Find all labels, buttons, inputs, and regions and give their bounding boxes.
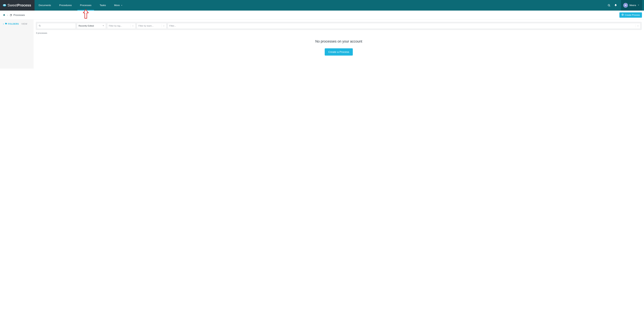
filter-generic-dropdown[interactable]: Filter...: [168, 23, 640, 29]
top-navbar: SweetProcess Documents Procedures Proces…: [0, 0, 644, 11]
breadcrumb-current: Processes: [10, 14, 25, 17]
empty-state: No processes on your account Create a Pr…: [36, 40, 642, 56]
dropdown-placeholder: Filter by team...: [138, 25, 154, 27]
chevron-down-icon: [638, 4, 639, 7]
svg-line-2: [610, 6, 610, 6]
search-field[interactable]: [42, 25, 74, 27]
logo-icon: [2, 4, 6, 7]
nav-label: Tasks: [100, 4, 106, 7]
logo-text: SweetProcess: [8, 3, 31, 7]
nav-tasks[interactable]: Tasks: [96, 0, 110, 11]
nav-label: Processes: [80, 4, 92, 7]
nav-items: Documents Procedures Processes Tasks Mor…: [34, 0, 127, 11]
main-content: Recently Edited Filter by tag... Filter …: [34, 20, 644, 61]
home-icon[interactable]: [3, 14, 6, 16]
dropdown-placeholder: Filter by tag...: [109, 25, 122, 27]
button-label: Create Process: [625, 14, 640, 16]
user-name: Meera: [630, 4, 636, 7]
nav-more[interactable]: More: [110, 0, 126, 11]
sidebar-folders[interactable]: FOLDERS: [2, 23, 19, 26]
plus-circle-icon: [622, 14, 624, 17]
chevron-right-icon: [2, 23, 4, 25]
chevron-down-icon: [162, 25, 165, 27]
breadcrumb-label: Processes: [14, 14, 25, 17]
create-process-button[interactable]: Create Process: [620, 12, 642, 18]
empty-headline: No processes on your account: [36, 40, 642, 44]
create-a-process-button[interactable]: Create a Process: [325, 48, 353, 56]
chevron-down-icon: [636, 25, 639, 27]
nav-label: Documents: [39, 4, 51, 7]
sidebar-item-label: FOLDERS: [8, 23, 19, 25]
chevron-down-icon: [102, 25, 104, 27]
search-icon: [39, 25, 41, 27]
filter-team-dropdown[interactable]: Filter by team...: [137, 23, 166, 29]
brand-logo[interactable]: SweetProcess: [0, 0, 34, 11]
bell-icon[interactable]: [614, 4, 617, 7]
svg-line-9: [40, 26, 40, 27]
user-menu[interactable]: M Meera: [621, 0, 642, 11]
folder-icon: [5, 23, 7, 26]
avatar-initial: M: [624, 4, 626, 7]
sidebar: FOLDERS VIEW: [0, 20, 34, 69]
chevron-down-icon: [130, 25, 134, 27]
svg-point-0: [3, 5, 6, 6]
copy-icon: [10, 14, 12, 16]
avatar: M: [623, 3, 628, 8]
breadcrumb: › Processes: [3, 14, 25, 17]
result-count: 0 processes: [36, 32, 642, 34]
dropdown-placeholder: Filter...: [169, 25, 176, 27]
svg-rect-4: [10, 15, 11, 16]
chevron-down-icon: [121, 5, 122, 6]
nav-documents[interactable]: Documents: [34, 0, 55, 11]
search-input[interactable]: [37, 23, 76, 29]
dropdown-value: Recently Edited: [78, 25, 94, 27]
breadcrumb-row: › Processes Create Process: [0, 11, 644, 20]
nav-procedures[interactable]: Procedures: [55, 0, 76, 11]
search-icon[interactable]: [608, 4, 610, 7]
filter-bar: Recently Edited Filter by tag... Filter …: [36, 22, 642, 30]
sidebar-view[interactable]: VIEW: [22, 23, 27, 25]
nav-processes[interactable]: Processes: [76, 0, 96, 11]
breadcrumb-separator: ›: [7, 14, 8, 17]
nav-label: Procedures: [59, 4, 72, 7]
filter-tag-dropdown[interactable]: Filter by tag...: [107, 23, 136, 29]
sort-dropdown[interactable]: Recently Edited: [77, 23, 106, 29]
nav-label: More: [114, 4, 120, 7]
